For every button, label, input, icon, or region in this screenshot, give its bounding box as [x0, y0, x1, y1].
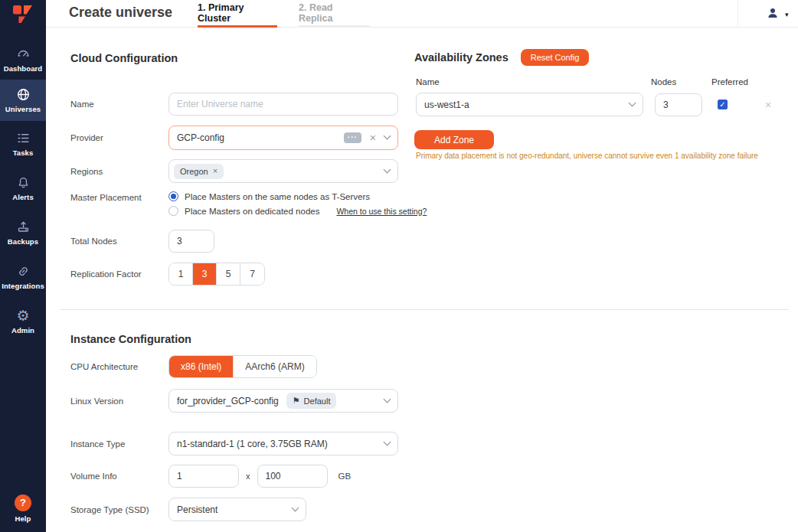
reset-config-button[interactable]: Reset Config	[521, 49, 590, 66]
chevron-down-icon	[629, 100, 636, 107]
sidebar-item-dashboard[interactable]: Dashboard	[0, 40, 46, 80]
sidebar-item-backups[interactable]: Backups	[0, 213, 46, 253]
page-title: Create universe	[69, 5, 172, 21]
az-name-select[interactable]: us-west1-a	[416, 93, 643, 116]
linux-version-label: Linux Version	[70, 397, 168, 406]
replication-factor-label: Replication Factor	[70, 269, 168, 279]
storage-type-select[interactable]: Persistent	[168, 498, 306, 521]
cpu-option-arm[interactable]: AArch6 (ARM)	[234, 356, 316, 377]
replication-factor-row: Replication Factor 1 3 5 7	[70, 263, 415, 286]
sidebar-item-label: Alerts	[12, 193, 34, 201]
link-icon	[16, 264, 31, 279]
az-col-preferred: Preferred	[711, 77, 748, 86]
az-col-name: Name	[416, 77, 440, 86]
gauge-icon	[16, 47, 31, 61]
yugabyte-logo-icon[interactable]	[0, 0, 46, 28]
linux-version-value: for_provider_GCP-config	[177, 396, 279, 406]
regions-row: Regions Oregon ×	[70, 159, 415, 183]
az-nodes-input[interactable]	[655, 93, 702, 116]
name-label: Name	[70, 100, 168, 109]
az-col-nodes: Nodes	[651, 77, 676, 86]
cpu-architecture-group: x86 (Intel) AArch6 (ARM)	[168, 355, 317, 378]
sidebar-item-label: Universes	[5, 105, 41, 113]
user-icon	[766, 6, 780, 23]
sidebar-item-universes[interactable]: Universes	[0, 80, 46, 121]
storage-type-value: Persistent	[177, 504, 217, 515]
linux-version-row: Linux Version for_provider_GCP-config ⚑ …	[70, 389, 415, 413]
sidebar-item-label: Backups	[8, 237, 38, 246]
volume-info-row: Volume Info x GB	[70, 464, 438, 488]
linux-version-select[interactable]: for_provider_GCP-config ⚑ Default	[168, 389, 398, 413]
rf-option-7[interactable]: 7	[240, 263, 264, 285]
ellipsis-badge-icon: ···	[344, 132, 361, 143]
chevron-down-icon	[384, 132, 391, 140]
provider-select[interactable]: GCP-config ··· ×	[168, 126, 398, 150]
radio-unselected[interactable]	[168, 206, 178, 216]
name-row: Name	[70, 93, 415, 116]
bell-icon	[16, 175, 31, 190]
master-placement-row: Master Placement Place Masters on the sa…	[70, 191, 438, 216]
replication-factor-group: 1 3 5 7	[168, 263, 265, 286]
sidebar-item-tasks[interactable]: Tasks	[0, 124, 46, 164]
regions-label: Regions	[70, 167, 168, 176]
sidebar-item-label: Integrations	[2, 282, 44, 290]
instance-type-select[interactable]: n1-standard-1 (1 core, 3.75GB RAM)	[168, 432, 398, 455]
sidebar-item-help[interactable]: ? Help	[0, 488, 46, 528]
chevron-down-icon	[384, 396, 391, 403]
globe-icon	[16, 87, 31, 102]
master-placement-label: Master Placement	[70, 193, 168, 202]
storage-type-label: Storage Type (SSD)	[70, 505, 168, 514]
sidebar-item-alerts[interactable]: Alerts	[0, 168, 46, 208]
provider-label: Provider	[70, 133, 168, 142]
add-zone-button[interactable]: Add Zone	[414, 130, 494, 149]
volume-multiplier: x	[246, 472, 250, 481]
instance-type-label: Instance Type	[70, 439, 168, 449]
volume-size-input[interactable]	[257, 465, 328, 488]
rf-option-5[interactable]: 5	[217, 263, 240, 285]
sidebar-item-label: Admin	[11, 326, 34, 335]
region-chip-label: Oregon	[180, 167, 208, 176]
default-badge-label: Default	[304, 397, 331, 406]
regions-select[interactable]: Oregon ×	[168, 159, 398, 183]
cloud-config-title: Cloud Configuration	[70, 52, 178, 64]
sidebar-item-integrations[interactable]: Integrations	[0, 257, 46, 297]
create-universe-page: Dashboard Universes Tasks Alerts Backups	[0, 0, 798, 532]
total-nodes-input[interactable]	[168, 230, 214, 253]
total-nodes-row: Total Nodes	[70, 230, 415, 253]
flag-icon: ⚑	[293, 396, 300, 406]
rf-option-1[interactable]: 1	[169, 263, 193, 285]
remove-zone-icon[interactable]: ×	[765, 100, 771, 110]
chevron-down-icon	[292, 504, 299, 512]
tab-read-replica[interactable]: 2. Read Replica	[299, 0, 369, 28]
sidebar: Dashboard Universes Tasks Alerts Backups	[0, 0, 46, 532]
chevron-down-icon	[384, 166, 391, 174]
cpu-architecture-label: CPU Architecture	[70, 362, 168, 371]
volume-info-label: Volume Info	[70, 472, 168, 481]
az-title: Availability Zones	[414, 51, 509, 64]
storage-type-row: Storage Type (SSD) Persistent	[70, 498, 415, 521]
az-name-value: us-west1-a	[424, 100, 469, 110]
list-icon	[16, 131, 31, 145]
rf-option-3[interactable]: 3	[193, 263, 217, 285]
master-placement-option-dedicated: Place Masters on dedicated nodes When to…	[168, 206, 427, 216]
clear-provider-icon[interactable]: ×	[370, 132, 376, 143]
question-icon: ?	[15, 494, 31, 511]
region-chip: Oregon ×	[174, 164, 224, 179]
volume-count-input[interactable]	[168, 465, 239, 488]
remove-region-icon[interactable]: ×	[213, 167, 217, 175]
when-to-use-link[interactable]: When to use this setting?	[336, 207, 427, 216]
user-menu-button[interactable]: ▾	[766, 6, 789, 23]
tab-primary-cluster[interactable]: 1. Primary Cluster	[198, 0, 277, 28]
sidebar-item-label: Help	[15, 514, 31, 523]
sidebar-item-admin[interactable]: ⚙ Admin	[0, 302, 46, 341]
cpu-option-x86[interactable]: x86 (Intel)	[169, 356, 234, 377]
radio-label: Place Masters on dedicated nodes	[185, 207, 319, 216]
universe-name-input[interactable]	[168, 93, 398, 116]
provider-value: GCP-config	[177, 132, 224, 143]
section-divider	[60, 309, 789, 310]
backup-icon	[16, 220, 31, 234]
az-warning-text: Primary data placement is not geo-redund…	[416, 152, 791, 160]
radio-selected[interactable]	[168, 191, 178, 201]
provider-row: Provider GCP-config ··· ×	[70, 126, 415, 149]
az-preferred-checkbox[interactable]: ✓	[718, 100, 728, 109]
